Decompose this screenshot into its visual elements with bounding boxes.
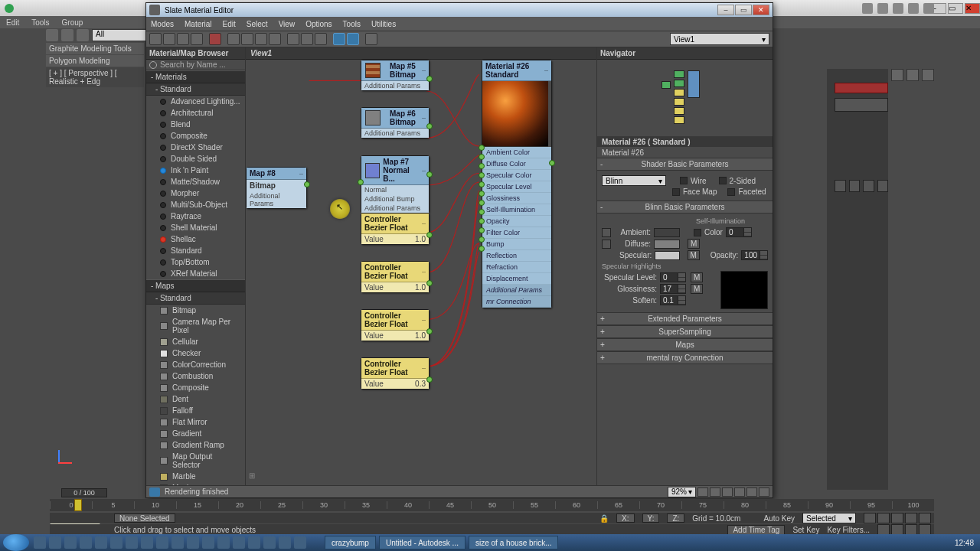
rollup-shader-basic[interactable]: -Shader Basic Parameters <box>597 158 773 171</box>
param-name[interactable]: Material #26 <box>597 147 773 158</box>
cb-wire[interactable] <box>680 177 688 184</box>
cmd-color[interactable] <box>835 83 888 93</box>
browser-item[interactable]: Flat Mirror <box>146 416 245 428</box>
browser-subcat[interactable]: - Standard <box>146 292 245 305</box>
lock-ambient-diffuse[interactable] <box>602 228 611 237</box>
cb-si-color[interactable] <box>694 229 701 236</box>
slate-toolbar[interactable]: View1▾ <box>146 31 773 47</box>
diffuse-map-btn[interactable]: M <box>688 239 700 249</box>
browser-item[interactable]: Dent <box>146 393 245 405</box>
ribbon-tab-1[interactable]: Graphite Modeling Tools <box>46 43 144 54</box>
browser-item[interactable]: Blend <box>146 119 245 130</box>
browser-item[interactable]: Bitmap <box>146 305 245 316</box>
rollup-collapsed[interactable]: +Maps <box>597 338 773 351</box>
host-maximize[interactable]: ▭ <box>948 3 963 14</box>
material-slot[interactable]: Refraction <box>482 262 551 273</box>
spec-level-spin[interactable]: 0 <box>660 272 686 282</box>
material-extra[interactable]: Additional Params <box>482 285 551 296</box>
navigator[interactable] <box>597 60 773 136</box>
set-key-btn[interactable]: Set Key <box>792 526 819 534</box>
browser-item[interactable]: Mask <box>146 482 245 485</box>
browser-item[interactable]: Matte/Shadow <box>146 176 245 187</box>
gloss-map-btn[interactable]: M <box>691 284 703 294</box>
material-slot[interactable]: Diffuse Color <box>482 158 551 170</box>
browser-item[interactable]: Top/Bottom <box>146 256 245 268</box>
node-controller[interactable]: ControllerBezier Float–Value1.0 <box>361 213 430 245</box>
task-3[interactable]: size of a house brick... <box>469 536 559 549</box>
lock-diffuse-specular[interactable] <box>602 240 611 249</box>
node-material[interactable]: Material #26Standard– Ambient ColorDiffu… <box>482 60 552 308</box>
material-slot[interactable]: Specular Level <box>482 181 551 193</box>
material-slot[interactable]: Ambient Color <box>482 147 551 158</box>
time-slider[interactable] <box>74 499 82 511</box>
diffuse-swatch[interactable] <box>654 240 680 249</box>
node-map7[interactable]: Map #7Normal B...– Normal Additional Bum… <box>361 155 430 214</box>
browser-subcat[interactable]: - Standard <box>146 83 245 96</box>
browser-item[interactable]: XRef Material <box>146 268 245 279</box>
zoom-pct[interactable]: 92% ▾ <box>668 487 696 497</box>
si-color-spin[interactable]: 0 <box>726 227 752 237</box>
material-slot[interactable]: Displacement <box>482 273 551 285</box>
taskbar[interactable]: crazybump Untitled - Autodesk ... size o… <box>0 534 980 551</box>
specular-map-btn[interactable]: M <box>688 250 700 260</box>
browser-search[interactable]: Search by Name ... <box>146 60 245 70</box>
slate-menu[interactable]: ModesMaterialEdit SelectViewOptions Tool… <box>146 17 773 31</box>
node-map5[interactable]: Map #5Bitmap– Additional Params <box>361 60 430 91</box>
task-1[interactable]: crazybump <box>325 536 376 549</box>
spec-level-map-btn[interactable]: M <box>691 272 703 282</box>
key-mode-dd[interactable]: Selected▾ <box>802 513 856 523</box>
ribbon-tab-2[interactable]: Polygon Modeling <box>46 55 144 67</box>
browser-item[interactable]: Raytrace <box>146 210 245 222</box>
browser-item[interactable]: Map Output Selector <box>146 451 245 471</box>
cmd-slot[interactable] <box>835 98 888 112</box>
viewport-nav[interactable] <box>877 524 931 535</box>
material-slot[interactable]: Specular Color <box>482 170 551 181</box>
browser-item[interactable]: Shellac <box>146 233 245 245</box>
browser-item[interactable]: Double Sided <box>146 153 245 165</box>
browser-item[interactable]: Architectural <box>146 107 245 119</box>
gloss-spin[interactable]: 17 <box>660 284 686 294</box>
cb-faceted[interactable] <box>727 188 735 196</box>
auto-key-btn[interactable]: Auto Key <box>763 514 795 523</box>
browser-item[interactable]: Marble <box>146 471 245 482</box>
browser-item[interactable]: Shell Material <box>146 222 245 233</box>
browser-item[interactable]: Multi/Sub-Object <box>146 199 245 210</box>
node-controller[interactable]: ControllerBezier Float–Value1.0 <box>361 261 430 293</box>
task-2[interactable]: Untitled - Autodesk ... <box>379 536 466 549</box>
start-button[interactable] <box>3 534 29 551</box>
material-slot[interactable]: Self-Illumination <box>482 204 551 216</box>
ambient-swatch[interactable] <box>654 228 680 237</box>
rollup-collapsed[interactable]: +Extended Parameters <box>597 312 773 325</box>
browser-item[interactable]: Falloff <box>146 405 245 416</box>
shader-dropdown[interactable]: Blinn▾ <box>602 175 666 186</box>
browser-cat[interactable]: - Maps <box>146 279 245 292</box>
browser-item[interactable]: Composite <box>146 382 245 393</box>
browser-item[interactable]: Gradient Ramp <box>146 439 245 451</box>
browser-item[interactable]: ColorCorrection <box>146 359 245 370</box>
node-canvas[interactable]: Map #8– Bitmap Additional Params Map #5B… <box>246 60 596 485</box>
view-tab[interactable]: View1 <box>246 47 596 60</box>
cb-facemap[interactable] <box>672 188 680 196</box>
browser-item[interactable]: Advanced Lighting... <box>146 96 245 107</box>
viewport-label[interactable]: [ + ] [ Perspective ] [ Realistic + Edg <box>46 67 144 87</box>
material-slot[interactable]: Glossiness <box>482 193 551 204</box>
host-close[interactable]: ✕ <box>965 3 980 14</box>
material-slot[interactable]: Reflection <box>482 250 551 262</box>
material-slot[interactable]: Bump <box>482 239 551 250</box>
slate-minimize[interactable]: – <box>717 5 734 15</box>
browser-item[interactable]: Combustion <box>146 370 245 382</box>
browser-item[interactable]: DirectX Shader <box>146 142 245 153</box>
material-slot[interactable]: Filter Color <box>482 227 551 239</box>
browser-item[interactable]: Composite <box>146 130 245 142</box>
cmd-panel-icons[interactable] <box>835 180 888 192</box>
rollup-collapsed[interactable]: +SuperSampling <box>597 325 773 338</box>
nav-corner-icon[interactable]: ⊞ <box>249 471 260 482</box>
key-filters-btn[interactable]: Key Filters... <box>827 526 870 534</box>
slate-maximize[interactable]: ▭ <box>735 5 752 15</box>
taskbar-clock[interactable]: 12:48 <box>949 539 980 547</box>
browser-cat[interactable]: - Materials <box>146 70 245 83</box>
node-map6[interactable]: Map #6Bitmap– Additional Params <box>361 107 430 139</box>
browser-item[interactable]: Cellular <box>146 336 245 347</box>
browser-item[interactable]: Standard <box>146 245 245 256</box>
rollup-blinn-basic[interactable]: -Blinn Basic Parameters <box>597 201 773 214</box>
